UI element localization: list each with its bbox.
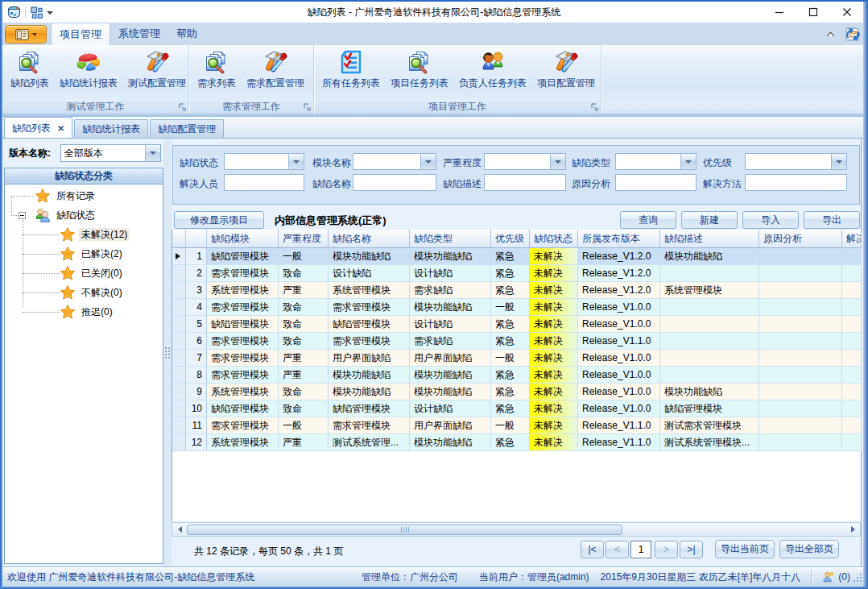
- minimize-button[interactable]: [765, 2, 794, 23]
- filter-dropdown-button[interactable]: [831, 154, 846, 169]
- table-row[interactable]: 12系统管理模块严重测试系统管理...模块功能缺陷紧急未解决Release_V1…: [172, 434, 861, 451]
- dialog-launcher-icon[interactable]: [590, 103, 599, 112]
- tree-item[interactable]: 未解决(12): [5, 225, 163, 244]
- about-system-icon[interactable]: [845, 27, 860, 42]
- table-row[interactable]: 3系统管理模块严重系统管理模块需求缺陷紧急未解决Release_V1.2.0系统…: [172, 282, 861, 299]
- ribbon-button[interactable]: 所有任务列表: [318, 47, 384, 100]
- ribbon-button[interactable]: 需求列表: [193, 47, 240, 100]
- column-header[interactable]: 缺陷名称: [329, 230, 410, 248]
- table-row[interactable]: 10缺陷管理模块致命缺陷管理模块设计缺陷紧急未解决Release_V1.0.0缺…: [172, 400, 861, 417]
- ribbon-button[interactable]: 缺陷统计报表: [56, 47, 122, 100]
- filter-select[interactable]: [224, 153, 304, 170]
- ribbon-tab-1[interactable]: 项目管理: [51, 23, 110, 45]
- column-header[interactable]: 缺陷状态: [530, 230, 578, 248]
- ribbon-button[interactable]: 缺陷列表: [6, 47, 53, 100]
- manage-unit-text: 管理单位：广州分公司: [362, 567, 458, 587]
- ribbon-button[interactable]: 负责人任务列表: [455, 47, 531, 100]
- version-select[interactable]: 全部版本: [60, 144, 161, 162]
- horizontal-scrollbar[interactable]: [172, 522, 861, 537]
- last-page-button[interactable]: >|: [680, 541, 703, 558]
- scroll-right-arrow[interactable]: [846, 523, 859, 536]
- ribbon-button[interactable]: 测试配置管理: [124, 47, 190, 100]
- table-row[interactable]: 8需求管理模块严重模块功能缺陷模块功能缺陷紧急未解决Release_V1.0.0: [172, 367, 861, 384]
- filter-dropdown-button[interactable]: [288, 154, 304, 169]
- column-header[interactable]: 优先级: [491, 230, 530, 248]
- filter-select[interactable]: [353, 153, 436, 170]
- sidebar-splitter[interactable]: [163, 139, 172, 566]
- collapse-ribbon-icon[interactable]: [825, 28, 837, 40]
- scrollbar-thumb[interactable]: [187, 525, 622, 535]
- scroll-left-arrow[interactable]: [173, 523, 186, 536]
- table-row[interactable]: 5缺陷管理模块致命缺陷管理模块设计缺陷紧急未解决Release_V1.0.0: [172, 316, 861, 333]
- dialog-launcher-icon[interactable]: [178, 103, 187, 112]
- column-header[interactable]: 原因分析: [759, 230, 842, 248]
- table-row[interactable]: 6需求管理模块致命需求管理模块需求缺陷紧急未解决Release_V1.1.0: [172, 333, 861, 350]
- filter-select[interactable]: [484, 153, 566, 170]
- tree-item[interactable]: 不解决(0): [5, 283, 163, 302]
- ribbon-button[interactable]: 项目任务列表: [386, 47, 453, 100]
- filter-input[interactable]: [745, 174, 847, 191]
- filter-input[interactable]: [353, 174, 436, 191]
- column-header[interactable]: 缺陷类型: [410, 230, 491, 248]
- ribbon-tab-list: 项目管理系统管理帮助: [51, 23, 205, 45]
- column-header[interactable]: 严重程度: [279, 230, 329, 248]
- filter-input[interactable]: [224, 174, 304, 191]
- ribbon-tab-2[interactable]: 系统管理: [110, 23, 168, 45]
- tools-icon: [144, 49, 170, 75]
- version-select-dropdown-button[interactable]: [145, 145, 160, 161]
- column-header[interactable]: 缺陷描述: [660, 230, 759, 248]
- table-row[interactable]: 1缺陷管理模块一般模块功能缺陷模块功能缺陷紧急未解决Release_V1.2.0…: [172, 248, 861, 265]
- filter-input[interactable]: [615, 174, 696, 191]
- table-cell: 严重: [279, 367, 329, 384]
- column-header[interactable]: 缺陷模块: [207, 230, 279, 248]
- column-header[interactable]: 解决方法: [842, 230, 862, 248]
- application-menu-button[interactable]: [5, 25, 47, 44]
- tree-item[interactable]: 缺陷状态: [5, 205, 163, 225]
- table-row[interactable]: 9系统管理模块致命模块功能缺陷模块功能缺陷紧急未解决Release_V1.0.0…: [172, 384, 861, 400]
- next-page-button[interactable]: >: [655, 541, 678, 558]
- document-tab-3[interactable]: 缺陷配置管理: [150, 119, 224, 138]
- page-number-input[interactable]: 1: [630, 541, 651, 558]
- table-row[interactable]: 11需求管理模块一般需求管理模块用户界面缺陷一般未解决Release_V1.1.…: [172, 417, 861, 434]
- filter-input[interactable]: [484, 174, 566, 191]
- export-button[interactable]: 导出: [804, 211, 860, 229]
- export-current-page-button[interactable]: 导出当前页: [715, 540, 775, 558]
- document-tab-2[interactable]: 缺陷统计报表: [74, 119, 148, 138]
- tree-item[interactable]: 所有记录: [5, 186, 163, 205]
- tree-item[interactable]: 推迟(0): [5, 302, 163, 321]
- tree-item[interactable]: 已解决(2): [5, 244, 163, 263]
- column-header[interactable]: 所属发布版本: [578, 230, 660, 248]
- maximize-button[interactable]: [799, 2, 828, 23]
- tree-item[interactable]: 已关闭(0): [5, 263, 163, 283]
- modify-display-items-button[interactable]: 修改显示项目: [174, 211, 264, 229]
- table-row[interactable]: 7需求管理模块严重用户界面缺陷用户界面缺陷一般未解决Release_V1.0.0: [172, 350, 861, 367]
- dialog-launcher-icon[interactable]: [303, 103, 312, 112]
- chevron-down-icon: [150, 151, 156, 155]
- filter-select[interactable]: [615, 153, 696, 170]
- new-button[interactable]: 新建: [681, 211, 738, 229]
- import-button[interactable]: 导入: [742, 211, 799, 229]
- previous-page-button[interactable]: <: [606, 541, 629, 558]
- document-tab-1[interactable]: 缺陷列表✕: [4, 117, 72, 138]
- tab-close-icon[interactable]: ✕: [57, 124, 64, 131]
- first-page-button[interactable]: |<: [581, 541, 604, 558]
- messages-person-icon[interactable]: [822, 571, 834, 583]
- table-row[interactable]: 2需求管理模块致命设计缺陷设计缺陷紧急未解决Release_V1.2.0: [172, 265, 861, 282]
- ribbon-tab-3[interactable]: 帮助: [168, 23, 205, 45]
- table-cell: 用户界面缺陷: [329, 350, 410, 367]
- table-cell: 未解决: [530, 417, 578, 434]
- filter-dropdown-button[interactable]: [680, 154, 696, 169]
- ribbon-button[interactable]: 需求配置管理: [242, 47, 308, 100]
- tree-collapse-toggle[interactable]: [19, 212, 26, 219]
- export-all-pages-button[interactable]: 导出全部页: [779, 540, 839, 558]
- close-button[interactable]: [833, 2, 862, 23]
- ribbon-button[interactable]: 项目配置管理: [533, 47, 599, 100]
- filter-select[interactable]: [745, 153, 847, 170]
- filter-dropdown-button[interactable]: [550, 154, 565, 169]
- resize-grip-icon[interactable]: [853, 573, 862, 583]
- table-row[interactable]: 4需求管理模块致命需求管理模块模块功能缺陷一般未解决Release_V1.0.0: [172, 299, 861, 316]
- table-cell: 需求管理模块: [329, 417, 410, 434]
- row-number-cell: 4: [186, 299, 207, 316]
- search-button[interactable]: 查询: [620, 211, 676, 229]
- filter-dropdown-button[interactable]: [420, 154, 436, 169]
